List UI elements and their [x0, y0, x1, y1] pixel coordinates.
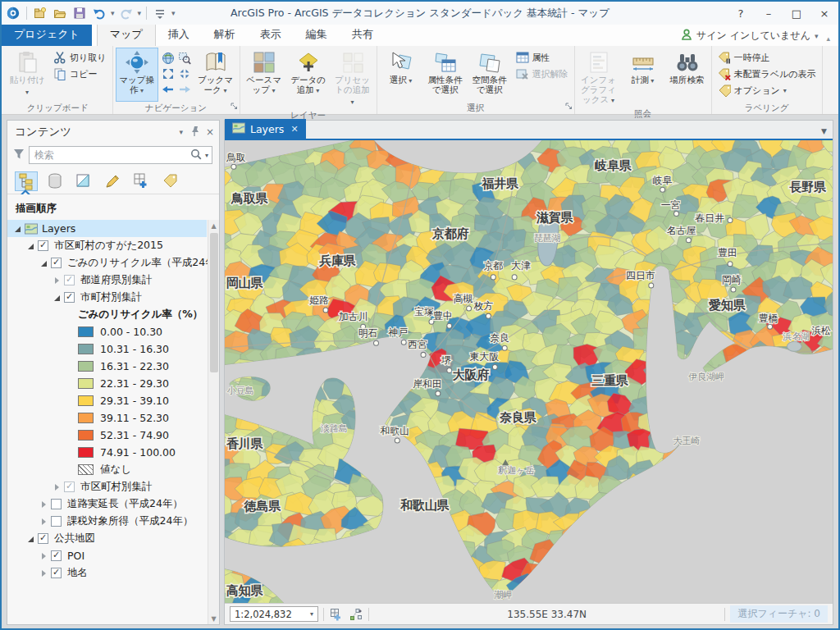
- open-project-button[interactable]: [52, 5, 68, 21]
- arrows-out-button[interactable]: [176, 66, 193, 81]
- infographics-button[interactable]: インフォ グラフィックス ▾: [578, 48, 620, 107]
- label-options-button[interactable]: オプション▾: [714, 82, 819, 98]
- tree-item-道路実延長（平成24年）[interactable]: 道路実延長（平成24年）: [7, 495, 207, 513]
- save-project-button[interactable]: [71, 5, 88, 21]
- visibility-checkbox[interactable]: [51, 550, 62, 561]
- grid-add-icon[interactable]: [329, 607, 344, 622]
- scroll-up-icon[interactable]: ▲: [208, 220, 219, 231]
- expand-icon[interactable]: [52, 275, 62, 285]
- search-input[interactable]: [34, 149, 190, 161]
- locate-button[interactable]: 場所検索: [666, 48, 709, 107]
- tree-item-市区町村のすがた2015[interactable]: 市区町村のすがた2015: [7, 237, 207, 254]
- close-view-icon[interactable]: ✕: [289, 124, 298, 135]
- collapse-icon[interactable]: [52, 292, 62, 303]
- chevron-down-icon[interactable]: ▾: [111, 9, 115, 17]
- visibility-checkbox[interactable]: [51, 568, 62, 578]
- ribbon-tab-編集[interactable]: 編集: [294, 24, 340, 46]
- scroll-thumb[interactable]: [210, 233, 218, 372]
- label-pause-button[interactable]: 一時停止: [714, 49, 819, 66]
- close-pane-icon[interactable]: ×: [206, 126, 214, 138]
- ribbon-tab-解析[interactable]: 解析: [202, 24, 248, 46]
- view-options-caret-icon[interactable]: ▼: [815, 127, 833, 139]
- bookmarks-button[interactable]: ブックマーク ▾: [194, 48, 237, 102]
- clear-selection-button[interactable]: 選択解除: [513, 66, 572, 82]
- select-button[interactable]: 選択 ▾: [380, 48, 422, 102]
- minimize-ribbon-icon[interactable]: ▴: [824, 34, 838, 46]
- ribbon-tab-挿入[interactable]: 挿入: [156, 24, 202, 46]
- collapse-icon[interactable]: [25, 240, 36, 251]
- visibility-checkbox[interactable]: [51, 499, 62, 509]
- tree-item-POI[interactable]: POI: [7, 547, 207, 564]
- cut-button[interactable]: 切り取り: [50, 49, 110, 66]
- add-data-button[interactable]: データの追加 ▾: [287, 48, 330, 109]
- select-spatial-button[interactable]: 空間条件で選択: [468, 48, 511, 102]
- measure-button[interactable]: 計測 ▾: [622, 48, 664, 107]
- customize-qat-caret-icon[interactable]: ▾: [171, 9, 176, 17]
- tree-scrollbar[interactable]: ▲ ▼: [208, 220, 219, 624]
- filter-funnel-icon[interactable]: [13, 148, 25, 162]
- scroll-down-icon[interactable]: ▼: [208, 613, 219, 624]
- search-caret-icon[interactable]: ▾: [205, 152, 208, 159]
- arrow-right-button[interactable]: [176, 81, 193, 97]
- help-button[interactable]: ?: [727, 2, 755, 24]
- visibility-checkbox[interactable]: [51, 258, 62, 268]
- tree-item-課税対象所得（平成24年）[interactable]: 課税対象所得（平成24年）: [7, 513, 207, 530]
- arrow-left-button[interactable]: [160, 81, 176, 97]
- search-icon[interactable]: [190, 148, 202, 162]
- minimize-button[interactable]: –: [755, 2, 783, 24]
- visibility-checkbox[interactable]: [64, 275, 75, 285]
- tree-item-ごみのリサイクル率（平成24年）[interactable]: ごみのリサイクル率（平成24年）: [7, 254, 207, 272]
- close-button[interactable]: ×: [810, 2, 838, 24]
- new-project-button[interactable]: [32, 5, 48, 21]
- collapse-icon[interactable]: [12, 223, 23, 234]
- app-logo-button[interactable]: [5, 5, 21, 21]
- contents-tab-data-source[interactable]: [43, 171, 66, 191]
- tree-item-都道府県別集計[interactable]: 都道府県別集計: [7, 272, 207, 289]
- tree-item-市区町村別集計[interactable]: 市区町村別集計: [7, 478, 207, 495]
- arrows-in-button[interactable]: [160, 66, 176, 81]
- dialog-launcher-icon[interactable]: [230, 101, 238, 112]
- expand-icon[interactable]: [39, 568, 49, 578]
- pane-menu-icon[interactable]: ▾: [179, 128, 183, 136]
- tree-item-Layers[interactable]: Layers: [7, 220, 207, 237]
- collapse-icon[interactable]: [39, 258, 49, 268]
- customize-button[interactable]: [152, 5, 168, 21]
- contents-tab-editing[interactable]: [101, 171, 124, 191]
- contents-tab-snapping[interactable]: [130, 171, 153, 191]
- visibility-checkbox[interactable]: [64, 482, 75, 492]
- sketch-icon[interactable]: [349, 607, 363, 622]
- tree-item-地名[interactable]: 地名: [7, 564, 207, 582]
- zoom-area-button[interactable]: [176, 50, 193, 66]
- ribbon-tab-マップ[interactable]: マップ: [97, 23, 156, 46]
- expand-icon[interactable]: [39, 516, 49, 527]
- globe-button[interactable]: [160, 50, 176, 66]
- redo-button[interactable]: [118, 5, 135, 21]
- collapse-icon[interactable]: [25, 533, 36, 544]
- pin-icon[interactable]: [189, 126, 199, 139]
- paste-button[interactable]: 貼り付け ▾: [6, 48, 48, 102]
- select-attributes-button[interactable]: 属性条件で選択: [424, 48, 467, 102]
- selected-features-count[interactable]: 選択フィーチャ: 0: [730, 605, 828, 623]
- attributes-button[interactable]: 属性: [513, 49, 572, 66]
- ribbon-tab-共有[interactable]: 共有: [340, 24, 386, 46]
- visibility-checkbox[interactable]: [64, 292, 75, 303]
- visibility-checkbox[interactable]: [51, 516, 62, 527]
- label-unplaced-button[interactable]: 未配置ラベルの表示: [714, 66, 819, 82]
- chevron-down-icon[interactable]: ▾: [138, 9, 142, 17]
- contents-tab-selection-tab[interactable]: [72, 171, 95, 191]
- map-view-tab[interactable]: Layers ✕: [225, 119, 306, 139]
- dialog-launcher-icon[interactable]: [564, 101, 573, 112]
- visibility-checkbox[interactable]: [38, 533, 48, 544]
- contents-tab-drawing-order[interactable]: [15, 171, 38, 191]
- explore-button[interactable]: マップ操作 ▾: [116, 48, 158, 102]
- sign-in-status[interactable]: サイン インしていません ▾: [674, 29, 824, 46]
- ribbon-tab-表示[interactable]: 表示: [248, 24, 294, 46]
- expand-icon[interactable]: [39, 550, 49, 561]
- map[interactable]: 鳥取岐阜一宮春日井名古屋豊田岡崎豊橋浜松四日市姫路加古川明石神戸西宮宝塚豊中高槻…: [225, 140, 833, 603]
- map-canvas[interactable]: 鳥取岐阜一宮春日井名古屋豊田岡崎豊橋浜松四日市姫路加古川明石神戸西宮宝塚豊中高槻…: [225, 140, 833, 603]
- add-preset-button[interactable]: プリセットの追加 ▾: [331, 48, 374, 109]
- tree-item-市町村別集計[interactable]: 市町村別集計: [7, 289, 207, 306]
- expand-icon[interactable]: [39, 499, 49, 509]
- ribbon-tab-プロジェクト[interactable]: プロジェクト: [2, 24, 92, 46]
- expand-icon[interactable]: [52, 482, 62, 492]
